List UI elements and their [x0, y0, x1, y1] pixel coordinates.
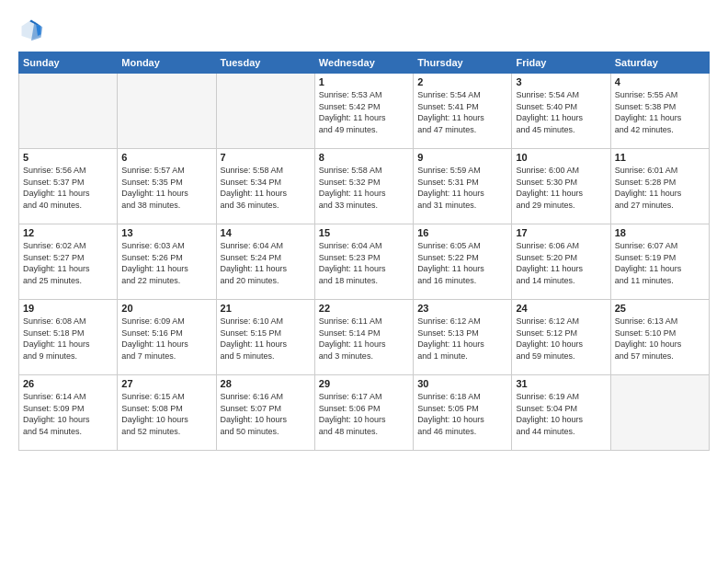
- day-info: Sunrise: 6:19 AM Sunset: 5:04 PM Dayligh…: [516, 391, 606, 437]
- day-number: 3: [516, 76, 606, 87]
- calendar-cell: 11Sunrise: 6:01 AM Sunset: 5:28 PM Dayli…: [610, 149, 709, 224]
- calendar-cell: 19Sunrise: 6:08 AM Sunset: 5:18 PM Dayli…: [19, 300, 118, 375]
- day-of-week-header: Wednesday: [314, 52, 413, 74]
- day-of-week-header: Friday: [512, 52, 610, 74]
- day-number: 11: [615, 152, 705, 163]
- day-number: 23: [417, 303, 507, 314]
- day-info: Sunrise: 6:09 AM Sunset: 5:16 PM Dayligh…: [121, 316, 211, 362]
- calendar-cell: 29Sunrise: 6:17 AM Sunset: 5:06 PM Dayli…: [314, 375, 413, 451]
- day-info: Sunrise: 5:58 AM Sunset: 5:34 PM Dayligh…: [221, 165, 311, 211]
- day-number: 18: [615, 227, 705, 238]
- calendar-cell: 26Sunrise: 6:14 AM Sunset: 5:09 PM Dayli…: [19, 375, 118, 451]
- calendar-cell: 6Sunrise: 5:57 AM Sunset: 5:35 PM Daylig…: [118, 149, 216, 224]
- calendar-cell: 10Sunrise: 6:00 AM Sunset: 5:30 PM Dayli…: [512, 149, 610, 224]
- day-info: Sunrise: 6:18 AM Sunset: 5:05 PM Dayligh…: [417, 391, 507, 437]
- day-number: 16: [417, 227, 507, 238]
- day-number: 12: [23, 227, 113, 238]
- calendar-cell: 15Sunrise: 6:04 AM Sunset: 5:23 PM Dayli…: [314, 224, 413, 300]
- day-info: Sunrise: 6:10 AM Sunset: 5:15 PM Dayligh…: [221, 316, 311, 362]
- day-number: 20: [121, 303, 211, 314]
- calendar-cell: 13Sunrise: 6:03 AM Sunset: 5:26 PM Dayli…: [118, 224, 216, 300]
- day-info: Sunrise: 6:16 AM Sunset: 5:07 PM Dayligh…: [221, 391, 311, 437]
- logo-icon: [18, 17, 44, 42]
- calendar-week-row: 19Sunrise: 6:08 AM Sunset: 5:18 PM Dayli…: [19, 300, 710, 375]
- calendar-cell: 24Sunrise: 6:12 AM Sunset: 5:12 PM Dayli…: [512, 300, 610, 375]
- calendar-cell: [216, 74, 314, 149]
- day-number: 28: [221, 378, 311, 389]
- calendar-cell: 27Sunrise: 6:15 AM Sunset: 5:08 PM Dayli…: [118, 375, 216, 451]
- day-of-week-header: Tuesday: [216, 52, 314, 74]
- calendar-cell: 14Sunrise: 6:04 AM Sunset: 5:24 PM Dayli…: [216, 224, 314, 300]
- day-info: Sunrise: 6:11 AM Sunset: 5:14 PM Dayligh…: [319, 316, 409, 362]
- day-number: 15: [319, 227, 409, 238]
- calendar-cell: [19, 74, 118, 149]
- day-number: 22: [319, 303, 409, 314]
- day-number: 1: [319, 76, 409, 87]
- day-info: Sunrise: 6:04 AM Sunset: 5:23 PM Dayligh…: [319, 240, 409, 286]
- calendar-table: SundayMondayTuesdayWednesdayThursdayFrid…: [18, 52, 710, 451]
- day-number: 14: [221, 227, 311, 238]
- calendar-cell: 17Sunrise: 6:06 AM Sunset: 5:20 PM Dayli…: [512, 224, 610, 300]
- calendar-cell: 31Sunrise: 6:19 AM Sunset: 5:04 PM Dayli…: [512, 375, 610, 451]
- calendar-page: SundayMondayTuesdayWednesdayThursdayFrid…: [0, 0, 728, 563]
- day-info: Sunrise: 6:13 AM Sunset: 5:10 PM Dayligh…: [615, 316, 705, 362]
- day-info: Sunrise: 6:08 AM Sunset: 5:18 PM Dayligh…: [23, 316, 113, 362]
- day-number: 19: [23, 303, 113, 314]
- day-number: 13: [121, 227, 211, 238]
- day-number: 2: [417, 76, 507, 87]
- day-info: Sunrise: 6:15 AM Sunset: 5:08 PM Dayligh…: [121, 391, 211, 437]
- day-info: Sunrise: 5:55 AM Sunset: 5:38 PM Dayligh…: [615, 89, 705, 135]
- calendar-cell: 25Sunrise: 6:13 AM Sunset: 5:10 PM Dayli…: [610, 300, 709, 375]
- calendar-cell: 18Sunrise: 6:07 AM Sunset: 5:19 PM Dayli…: [610, 224, 709, 300]
- day-of-week-header: Sunday: [19, 52, 118, 74]
- day-number: 25: [615, 303, 705, 314]
- day-number: 30: [417, 378, 507, 389]
- calendar-header-row: SundayMondayTuesdayWednesdayThursdayFrid…: [19, 52, 710, 74]
- day-number: 31: [516, 378, 606, 389]
- day-info: Sunrise: 6:04 AM Sunset: 5:24 PM Dayligh…: [221, 240, 311, 286]
- calendar-cell: 22Sunrise: 6:11 AM Sunset: 5:14 PM Dayli…: [314, 300, 413, 375]
- day-info: Sunrise: 6:12 AM Sunset: 5:13 PM Dayligh…: [417, 316, 507, 362]
- calendar-cell: 2Sunrise: 5:54 AM Sunset: 5:41 PM Daylig…: [414, 74, 512, 149]
- calendar-cell: [118, 74, 216, 149]
- day-number: 6: [121, 152, 211, 163]
- day-number: 24: [516, 303, 606, 314]
- day-number: 8: [319, 152, 409, 163]
- calendar-cell: 28Sunrise: 6:16 AM Sunset: 5:07 PM Dayli…: [216, 375, 314, 451]
- logo: [18, 17, 48, 42]
- day-number: 10: [516, 152, 606, 163]
- calendar-cell: [610, 375, 709, 451]
- calendar-cell: 16Sunrise: 6:05 AM Sunset: 5:22 PM Dayli…: [414, 224, 512, 300]
- calendar-cell: 3Sunrise: 5:54 AM Sunset: 5:40 PM Daylig…: [512, 74, 610, 149]
- day-info: Sunrise: 6:05 AM Sunset: 5:22 PM Dayligh…: [417, 240, 507, 286]
- calendar-week-row: 5Sunrise: 5:56 AM Sunset: 5:37 PM Daylig…: [19, 149, 710, 224]
- day-number: 17: [516, 227, 606, 238]
- calendar-week-row: 12Sunrise: 6:02 AM Sunset: 5:27 PM Dayli…: [19, 224, 710, 300]
- day-of-week-header: Saturday: [610, 52, 709, 74]
- calendar-cell: 8Sunrise: 5:58 AM Sunset: 5:32 PM Daylig…: [314, 149, 413, 224]
- day-info: Sunrise: 6:01 AM Sunset: 5:28 PM Dayligh…: [615, 165, 705, 211]
- calendar-cell: 1Sunrise: 5:53 AM Sunset: 5:42 PM Daylig…: [314, 74, 413, 149]
- calendar-cell: 21Sunrise: 6:10 AM Sunset: 5:15 PM Dayli…: [216, 300, 314, 375]
- day-info: Sunrise: 6:12 AM Sunset: 5:12 PM Dayligh…: [516, 316, 606, 362]
- header: [18, 17, 710, 42]
- day-info: Sunrise: 6:03 AM Sunset: 5:26 PM Dayligh…: [121, 240, 211, 286]
- day-info: Sunrise: 5:58 AM Sunset: 5:32 PM Dayligh…: [319, 165, 409, 211]
- day-of-week-header: Thursday: [414, 52, 512, 74]
- calendar-cell: 20Sunrise: 6:09 AM Sunset: 5:16 PM Dayli…: [118, 300, 216, 375]
- calendar-cell: 4Sunrise: 5:55 AM Sunset: 5:38 PM Daylig…: [610, 74, 709, 149]
- calendar-cell: 30Sunrise: 6:18 AM Sunset: 5:05 PM Dayli…: [414, 375, 512, 451]
- day-number: 5: [23, 152, 113, 163]
- calendar-cell: 5Sunrise: 5:56 AM Sunset: 5:37 PM Daylig…: [19, 149, 118, 224]
- calendar-cell: 7Sunrise: 5:58 AM Sunset: 5:34 PM Daylig…: [216, 149, 314, 224]
- day-number: 26: [23, 378, 113, 389]
- calendar-cell: 23Sunrise: 6:12 AM Sunset: 5:13 PM Dayli…: [414, 300, 512, 375]
- day-number: 4: [615, 76, 705, 87]
- day-info: Sunrise: 5:54 AM Sunset: 5:40 PM Dayligh…: [516, 89, 606, 135]
- day-number: 29: [319, 378, 409, 389]
- day-info: Sunrise: 5:57 AM Sunset: 5:35 PM Dayligh…: [121, 165, 211, 211]
- day-info: Sunrise: 5:56 AM Sunset: 5:37 PM Dayligh…: [23, 165, 113, 211]
- day-info: Sunrise: 5:53 AM Sunset: 5:42 PM Dayligh…: [319, 89, 409, 135]
- day-info: Sunrise: 6:07 AM Sunset: 5:19 PM Dayligh…: [615, 240, 705, 286]
- calendar-week-row: 1Sunrise: 5:53 AM Sunset: 5:42 PM Daylig…: [19, 74, 710, 149]
